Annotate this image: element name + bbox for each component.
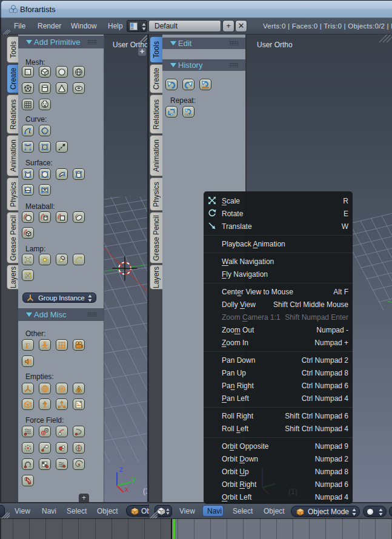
svg-text:(1: (1 bbox=[143, 487, 147, 495]
svg-text:x: x bbox=[125, 485, 128, 494]
svg-text:z: z bbox=[119, 465, 123, 474]
svg-text:F: F bbox=[25, 341, 30, 349]
svg-text:y: y bbox=[132, 475, 136, 483]
